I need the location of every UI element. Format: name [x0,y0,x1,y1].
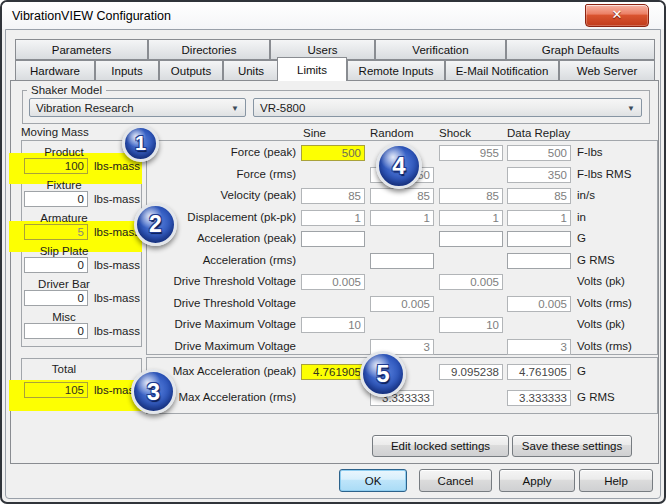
help-button[interactable]: Help [579,469,653,492]
edit-locked-settings-button[interactable]: Edit locked settings [372,435,509,457]
drive-threshold-pk-sine-field: 0.005 [301,274,365,290]
tab-limits-active[interactable]: Limits [277,57,347,81]
drive-threshold-pk-label: Drive Threshold Voltage [146,274,296,290]
armature-unit: lbs-mass [94,226,140,238]
total-label: Total [23,363,105,375]
drive-maximum-pk-sine-field: 10 [301,317,365,333]
tab-directories[interactable]: Directories [148,39,270,60]
acceleration-peak-shock-field[interactable] [439,231,503,247]
force-rms-unit: F-lbs RMS [577,168,631,180]
shaker-model-value: VR-5800 [260,102,305,114]
fixture-field[interactable]: 0 [24,191,88,207]
force-peak-shock-field: 955 [439,145,503,161]
max-acceleration-peak-shock-field: 9.095238 [439,364,503,380]
fixture-label: Fixture [23,179,105,191]
tab-inputs[interactable]: Inputs [95,60,159,81]
misc-unit: lbs-mass [94,325,140,337]
shaker-vendor-value: Vibration Research [36,102,134,114]
velocity-peak-shock-field: 85 [439,188,503,204]
driver-bar-label: Driver Bar [23,278,105,290]
callout-badge-3: 3 [131,369,176,414]
callout-badge-1: 1 [122,125,159,162]
column-header-data-replay: Data Replay [507,127,570,139]
tab-remote-inputs[interactable]: Remote Inputs [347,60,445,81]
force-rms-label: Force (rms) [146,167,296,183]
tab-graph-defaults[interactable]: Graph Defaults [506,39,655,60]
product-label: Product [23,146,105,158]
drive-threshold-rms-random-field: 0.005 [370,296,434,312]
slip-plate-field[interactable]: 0 [24,257,88,273]
velocity-peak-sine-field: 85 [301,188,365,204]
slip-plate-unit: lbs-mass [94,259,140,271]
force-rms-data-replay-field: 350 [507,167,571,183]
chevron-down-icon: ▼ [627,104,635,113]
armature-field: 5 [24,224,88,240]
velocity-peak-label: Velocity (peak) [146,188,296,204]
acceleration-rms-random-field[interactable] [370,253,434,269]
tab-hardware[interactable]: Hardware [15,60,95,81]
callout-badge-5: 5 [360,351,406,397]
drive-maximum-rms-data-replay-field: 3 [507,339,571,355]
displacement-data-replay-field: 1 [507,210,571,226]
fixture-unit: lbs-mass [94,193,140,205]
acceleration-peak-sine-field[interactable] [301,231,365,247]
shaker-model-dropdown[interactable]: VR-5800 ▼ [253,98,642,117]
tab-web-server[interactable]: Web Server [559,60,655,81]
cancel-button[interactable]: Cancel [419,469,492,492]
misc-field[interactable]: 0 [24,323,88,339]
velocity-peak-random-field: 85 [370,188,434,204]
drive-threshold-pk-shock-field: 0.005 [439,274,503,290]
max-acceleration-peak-sine-field: 4.761905 [301,364,365,380]
tab-verification[interactable]: Verification [375,39,506,60]
tab-units[interactable]: Units [223,60,279,81]
max-acceleration-peak-unit: G [577,365,586,377]
displacement-unit: in [577,211,586,223]
column-header-random: Random [370,127,413,139]
acceleration-rms-label: Acceleration (rms) [146,253,296,269]
max-acceleration-peak-data-replay-field: 4.761905 [507,364,571,380]
displacement-sine-field: 1 [301,210,365,226]
drive-maximum-rms-unit: Volts (rms) [577,340,632,352]
displacement-shock-field: 1 [439,210,503,226]
chevron-down-icon: ▼ [231,104,239,113]
tab-parameters[interactable]: Parameters [15,39,148,60]
product-field[interactable]: 100 [24,158,88,174]
max-acceleration-rms-unit: G RMS [577,391,615,403]
displacement-random-field: 1 [370,210,434,226]
acceleration-peak-data-replay-field[interactable] [507,231,571,247]
acceleration-rms-unit: G RMS [577,254,615,266]
drive-maximum-pk-unit: Volts (pk) [577,318,625,330]
velocity-peak-data-replay-field: 85 [507,188,571,204]
product-unit: lbs-mass [94,160,140,172]
armature-label: Armature [23,212,105,224]
tab-outputs[interactable]: Outputs [159,60,223,81]
total-field: 105 [24,382,88,398]
shaker-vendor-dropdown[interactable]: Vibration Research ▼ [29,98,246,117]
drive-maximum-pk-shock-field: 10 [439,317,503,333]
slip-plate-label: Slip Plate [23,245,105,257]
drive-threshold-rms-data-replay-field: 0.005 [507,296,571,312]
misc-label: Misc [23,311,105,323]
dialog-window: VibrationVIEW Configuration ✕ Parameters… [0,0,666,504]
force-peak-data-replay-field: 500 [507,145,571,161]
close-icon[interactable]: ✕ [585,4,649,27]
shaker-model-label: Shaker Model [27,84,106,96]
drive-maximum-pk-label: Drive Maximum Voltage [146,317,296,333]
drive-threshold-rms-unit: Volts (rms) [577,297,632,309]
force-peak-label: Force (peak) [146,145,296,161]
ok-button[interactable]: OK [339,469,407,492]
callout-badge-2: 2 [134,203,177,246]
moving-mass-section-label: Moving Mass [21,126,89,138]
driver-bar-field[interactable]: 0 [24,290,88,306]
velocity-peak-unit: in/s [577,189,595,201]
acceleration-rms-data-replay-field[interactable] [507,253,571,269]
column-header-shock: Shock [439,127,471,139]
max-acceleration-rms-data-replay-field: 3.333333 [507,390,571,406]
window-title: VibrationVIEW Configuration [12,9,171,23]
force-peak-sine-field[interactable]: 500 [301,145,365,161]
tab-email-notification[interactable]: E-Mail Notification [445,60,559,81]
apply-button[interactable]: Apply [499,469,575,492]
force-peak-unit: F-lbs [577,146,603,158]
drive-threshold-pk-unit: Volts (pk) [577,275,625,287]
save-these-settings-button[interactable]: Save these settings [512,435,632,457]
